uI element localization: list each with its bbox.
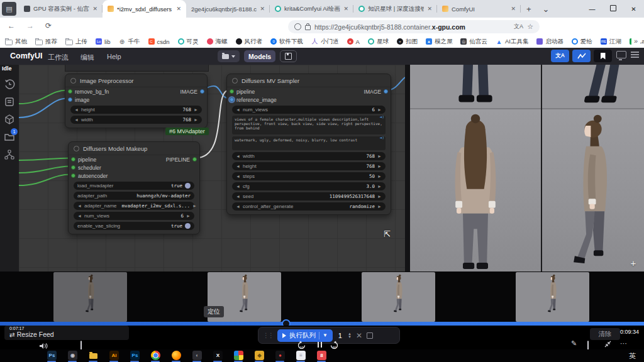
batch-count-value[interactable]: 1: [337, 332, 343, 339]
pause-button[interactable]: [318, 342, 322, 348]
increment-arrow-icon[interactable]: ►: [377, 164, 382, 168]
tab-close-icon[interactable]: ✕: [343, 6, 348, 12]
image-preview-panel[interactable]: + −: [405, 65, 644, 272]
window-minimize-button[interactable]: —: [582, 6, 602, 13]
increment-arrow-icon[interactable]: ►: [377, 194, 382, 199]
bookmark-item-11[interactable]: 人小门道: [311, 38, 339, 46]
browser-tab-6[interactable]: ComfyUI✕: [437, 0, 521, 18]
increment-arrow-icon[interactable]: ►: [377, 204, 382, 209]
collapse-dot-icon[interactable]: [74, 146, 79, 151]
red-app-icon[interactable]: 8: [317, 351, 326, 360]
bookmark-star-icon[interactable]: ☆: [527, 23, 533, 31]
widget-control_after_generate[interactable]: ◄control_after_generaterandomize►: [232, 202, 386, 211]
drag-handle-icon[interactable]: ⋮⋮: [263, 332, 273, 339]
node-title-bar[interactable]: Image Preprocessor: [65, 74, 207, 87]
graph-button[interactable]: [572, 50, 591, 62]
hamburger-menu-button[interactable]: [631, 52, 639, 62]
window-maximize-button[interactable]: [602, 5, 623, 13]
decrement-arrow-icon[interactable]: ◄: [236, 194, 240, 199]
firefox-app-icon[interactable]: [172, 351, 181, 360]
capcut-app-icon[interactable]: X: [213, 351, 223, 360]
forward-button[interactable]: →: [26, 21, 34, 30]
decrement-arrow-icon[interactable]: ◄: [77, 204, 82, 208]
increment-arrow-icon[interactable]: ►: [377, 184, 382, 189]
widget-adapter_path[interactable]: adapter_pathhuanngzh/mv-adapter: [74, 192, 194, 200]
menu-workflow[interactable]: 工作流: [48, 53, 69, 62]
menu-edit[interactable]: 编辑: [80, 53, 94, 62]
node-image-preprocessor[interactable]: Image Preprocessorremove_bg_fnIMAGEimage…: [65, 74, 208, 128]
decrement-arrow-icon[interactable]: ◄: [77, 214, 82, 218]
widget-cfg[interactable]: ◄cfg3.0►: [232, 182, 386, 190]
run-queue-button[interactable]: 执行队列 ▼: [277, 329, 333, 342]
address-bar[interactable]: https://2ge4jcu6kqntbrj5-8188.container.…: [288, 20, 540, 33]
bookmarks-overflow-icon[interactable]: »: [631, 37, 640, 45]
widget-width[interactable]: ◄width768►: [70, 116, 202, 124]
bookmark-item-15[interactable]: ▲模之屋: [426, 38, 453, 46]
stop-queue-icon[interactable]: [367, 332, 373, 339]
back-button[interactable]: ←: [8, 21, 15, 30]
more-options-icon[interactable]: ⋯: [620, 339, 627, 348]
decrement-arrow-icon[interactable]: ◄: [236, 204, 240, 209]
widget-seed[interactable]: ◄seed1109499526317648►: [232, 192, 386, 200]
camera-app-icon[interactable]: ◉: [68, 351, 77, 360]
input-slot-dot[interactable]: [68, 89, 72, 94]
decrement-arrow-icon[interactable]: ◄: [74, 118, 79, 122]
increment-arrow-icon[interactable]: ►: [194, 118, 198, 122]
input-slot-dot[interactable]: [71, 165, 75, 170]
bookmark-item-20[interactable]: RE江湖: [601, 38, 621, 46]
skip-forward-button[interactable]: 30: [330, 341, 338, 349]
bookmark-item-13[interactable]: 星球: [368, 38, 389, 46]
input-slot-dot[interactable]: [230, 89, 234, 94]
bookmark-item-3[interactable]: 上传: [65, 38, 87, 46]
output-slot-dot[interactable]: [200, 89, 204, 94]
zoom-in-button[interactable]: +: [628, 258, 639, 268]
notes-app-icon[interactable]: ≡: [296, 351, 306, 360]
collapse-dot-icon[interactable]: [232, 78, 238, 84]
widget-num_views[interactable]: ◄num_views6►: [232, 106, 386, 114]
sidebar-model-library-button[interactable]: [4, 114, 15, 125]
batch-count-stepper[interactable]: ▲▼: [348, 332, 352, 339]
toggle-knob-icon[interactable]: [185, 183, 191, 189]
node-diffusers-mv-sampler[interactable]: Diffusers MV SamplerpipelineIMAGEreferen…: [226, 74, 391, 215]
mosaic-app-icon[interactable]: [234, 351, 243, 360]
tab-search-chevron[interactable]: ⌄: [537, 4, 555, 14]
sidebar-node-map-button[interactable]: [4, 149, 15, 160]
node-graph-canvas[interactable]: #6 MVAdapter ⇱ Image Preprocessorremove_…: [19, 65, 405, 272]
bookmark-item-4[interactable]: Lolib: [96, 38, 111, 45]
ime-indicator[interactable]: 英: [629, 351, 636, 361]
bookmark-panel-button[interactable]: [594, 50, 612, 62]
site-info-icon[interactable]: [294, 23, 301, 30]
browser-tab-5[interactable]: 知识星球 | 深度连接铁杆粉✕: [353, 0, 437, 18]
resize-feed-box[interactable]: 0:07:17 ⇄ Resize Feed: [4, 326, 129, 340]
input-slot-dot[interactable]: [68, 97, 72, 102]
browser-tab-3[interactable]: 2ge4jcu6kqntbrj5-8188.conta✕: [186, 0, 270, 18]
widget-width[interactable]: ◄width768►: [232, 152, 386, 160]
node-diffusers-model-makeup[interactable]: Diffusers Model MakeuppipelinePIPELINEsc…: [68, 141, 200, 234]
widget-height[interactable]: ◄height768►: [232, 162, 386, 170]
new-tab-button[interactable]: +: [521, 4, 537, 14]
models-button[interactable]: Models: [244, 50, 275, 62]
skip-back-button[interactable]: 10: [297, 341, 306, 349]
widget-steps[interactable]: ◄steps50►: [232, 172, 386, 180]
workflow-folder-button[interactable]: [218, 50, 240, 62]
increment-arrow-icon[interactable]: ►: [377, 154, 382, 158]
queue-options-chevron-icon[interactable]: ▼: [323, 332, 328, 338]
sidebar-queue-history-button[interactable]: [4, 79, 15, 90]
widget-load_mvadapter[interactable]: load_mvadaptertrue: [74, 182, 194, 190]
prompt-textarea[interactable]: views of a female character,multiple vie…: [232, 116, 386, 134]
sidebar-node-library-button[interactable]: [4, 96, 15, 107]
gray-app-icon[interactable]: ◐: [192, 351, 202, 360]
widget-adapter_name[interactable]: ◄adapter_namemvadapter_i2mv_sdxl.s...►: [74, 202, 194, 210]
prompt-textarea[interactable]: watermark, ugly, deformed, noisy, blurry…: [232, 136, 386, 150]
bookmark-item-17[interactable]: ▲AI工具集: [496, 38, 528, 46]
bookmark-item-6[interactable]: Ccsdn: [148, 38, 170, 45]
tab-close-icon[interactable]: ✕: [511, 6, 516, 12]
filmstrip-thumbnail-4[interactable]: [516, 272, 589, 322]
tab-close-icon[interactable]: ✕: [92, 6, 97, 12]
recorder-app-icon[interactable]: ●: [275, 351, 285, 360]
bookmark-item-9[interactable]: 风行者: [236, 38, 263, 46]
bookmark-item-14[interactable]: +扣图: [397, 38, 418, 46]
increment-arrow-icon[interactable]: ►: [186, 214, 191, 218]
decrement-arrow-icon[interactable]: ◄: [236, 174, 240, 178]
decrement-arrow-icon[interactable]: ◄: [236, 154, 240, 158]
